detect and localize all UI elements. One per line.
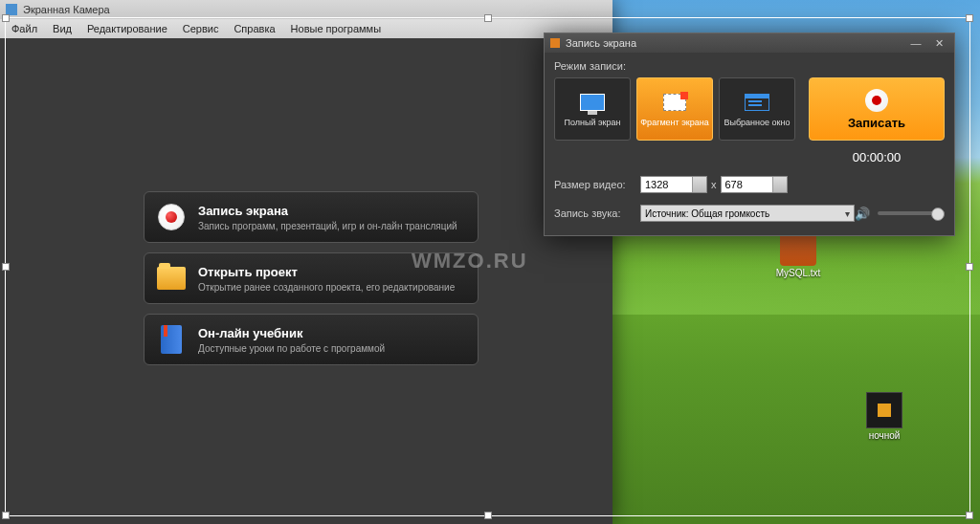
app-icon (6, 4, 17, 15)
record-label: Записать (848, 116, 905, 130)
main-body: Запись экрана Запись программ, презентац… (0, 38, 612, 524)
dialog-title: Запись экрана (566, 37, 636, 49)
watermark: WMZO.RU (412, 249, 528, 273)
mode-fragment[interactable]: Фрагмент экрана (636, 77, 713, 141)
dialog-title-bar[interactable]: Запись экрана — ✕ (545, 33, 954, 53)
height-input[interactable]: 678 (721, 176, 788, 193)
monitor-icon (580, 94, 605, 111)
width-value: 1328 (645, 179, 668, 190)
dialog-icon (550, 38, 560, 48)
item-desc: Доступные уроки по работе с программой (198, 343, 385, 354)
record-icon (865, 89, 888, 112)
item-desc: Запись программ, презентаций, игр и он-л… (198, 221, 457, 231)
record-icon (158, 204, 185, 230)
menu-item-record[interactable]: Запись экрана Запись программ, презентац… (144, 191, 479, 243)
mode-window[interactable]: Выбранное окно (719, 77, 795, 141)
desktop-icon-night[interactable]: ночной (856, 392, 913, 441)
folder-icon (157, 267, 186, 290)
mode-label-text: Выбранное окно (724, 118, 790, 127)
item-desc: Открытие ранее созданного проекта, его р… (198, 282, 455, 293)
desktop-icon-mysql[interactable]: MySQL.txt (769, 229, 827, 278)
mode-label-text: Фрагмент экрана (640, 118, 708, 127)
menu-new[interactable]: Новые программы (283, 23, 389, 34)
menu-edit[interactable]: Редактирование (79, 23, 175, 34)
window-title: Экранная Камера (23, 4, 110, 15)
menu-item-tutorial[interactable]: Он-лайн учебник Доступные уроки по работ… (144, 314, 479, 365)
menu-help[interactable]: Справка (226, 23, 282, 34)
mode-label-text: Полный экран (564, 118, 620, 127)
x-separator: x (711, 179, 717, 190)
minimize-button[interactable]: — (906, 37, 925, 50)
audio-source-dropdown[interactable]: Источник: Общая громкость (640, 205, 855, 222)
fragment-icon (663, 94, 686, 111)
start-menu-list: Запись экрана Запись программ, презентац… (144, 191, 479, 375)
item-title: Он-лайн учебник (198, 326, 385, 340)
mode-label: Режим записи: (554, 60, 945, 72)
volume-icon: 🔊 (855, 207, 870, 221)
close-button[interactable]: ✕ (929, 37, 948, 50)
audio-label: Запись звука: (554, 207, 640, 219)
book-icon (161, 325, 182, 354)
window-icon (745, 94, 769, 111)
menu-bar: Файл Вид Редактирование Сервис Справка Н… (0, 19, 612, 38)
size-label: Размер видео: (554, 179, 640, 190)
mode-fullscreen[interactable]: Полный экран (554, 77, 631, 141)
media-icon (866, 392, 902, 428)
width-input[interactable]: 1328 (640, 176, 707, 193)
record-button[interactable]: Записать (809, 77, 945, 141)
timer-display: 00:00:00 (853, 150, 902, 164)
record-dialog: Запись экрана — ✕ Режим записи: Полный э… (544, 33, 955, 236)
menu-view[interactable]: Вид (45, 23, 79, 34)
menu-file[interactable]: Файл (4, 23, 45, 34)
volume-slider[interactable] (878, 211, 945, 215)
audio-source-value: Источник: Общая громкость (645, 208, 769, 219)
icon-label: ночной (856, 430, 913, 441)
height-value: 678 (725, 179, 743, 190)
icon-label: MySQL.txt (769, 268, 827, 278)
title-bar[interactable]: Экранная Камера (0, 0, 612, 19)
menu-service[interactable]: Сервис (175, 23, 227, 34)
item-title: Запись экрана (198, 204, 457, 218)
